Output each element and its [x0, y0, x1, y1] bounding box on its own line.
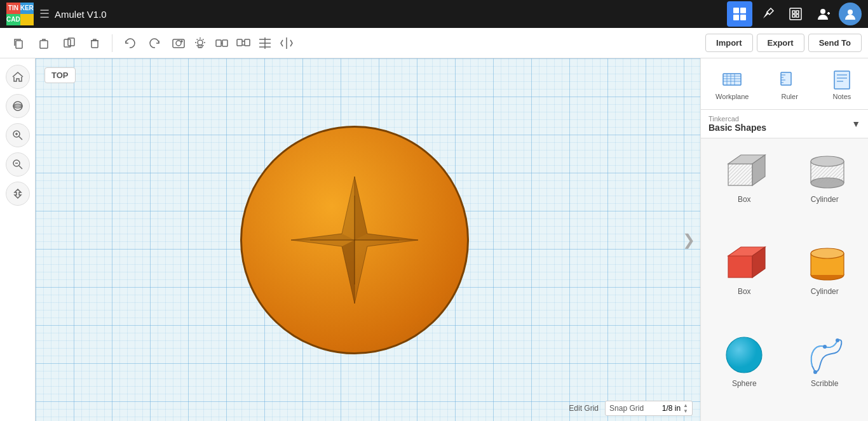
sphere-blue-label: Sphere — [732, 379, 757, 388]
svg-rect-6 — [796, 11, 799, 13]
shapes-category-dropdown[interactable]: ▼ — [851, 119, 860, 129]
shapes-category-header: Tinkercad Basic Shapes ▼ — [701, 110, 868, 138]
mirror-button[interactable] — [276, 33, 297, 53]
svg-point-85 — [811, 156, 844, 166]
box-gray-icon — [722, 150, 766, 191]
zoom-in-button[interactable] — [6, 123, 30, 147]
orbit-button[interactable] — [6, 94, 30, 118]
ruler-label: Ruler — [782, 93, 798, 100]
add-user-button[interactable] — [811, 1, 836, 27]
svg-line-29 — [197, 45, 198, 46]
svg-rect-60 — [723, 74, 741, 85]
project-name: Amulet V1.0 — [55, 9, 107, 20]
redo-button[interactable] — [143, 31, 167, 55]
box-red-icon — [722, 242, 766, 283]
ungroup-button[interactable] — [233, 33, 254, 53]
svg-rect-13 — [16, 41, 22, 48]
home-view-button[interactable] — [6, 65, 30, 89]
shape-sphere-blue[interactable]: Sphere — [707, 329, 782, 415]
cylinder-orange-icon — [803, 242, 847, 283]
shape-box-gray[interactable]: Box — [707, 145, 782, 231]
shape-cylinder-gray[interactable]: Cylinder — [788, 145, 862, 231]
box-red-label: Box — [738, 287, 751, 296]
svg-rect-67 — [781, 72, 791, 85]
delete-button[interactable] — [83, 31, 107, 55]
duplicate-button[interactable] — [57, 31, 81, 55]
paste-button[interactable] — [32, 31, 56, 55]
amulet-circle — [240, 126, 469, 354]
squiggle-blue-icon — [803, 334, 847, 375]
svg-point-94 — [726, 337, 762, 373]
svg-rect-0 — [733, 8, 739, 13]
workplane-icon — [721, 67, 743, 90]
box-gray-label: Box — [738, 195, 751, 204]
project-title: ☰ Amulet V1.0 — [39, 7, 107, 21]
shape-cylinder-orange[interactable]: Cylinder — [788, 237, 862, 323]
svg-rect-31 — [216, 40, 221, 46]
align-button[interactable] — [255, 33, 275, 53]
fit-view-button[interactable] — [6, 182, 30, 206]
shape-box-red[interactable]: Box — [707, 237, 782, 323]
zoom-out-button[interactable] — [6, 152, 30, 177]
snap-up-arrow[interactable]: ▲ — [683, 403, 688, 408]
profile-button[interactable] — [839, 3, 862, 25]
snap-arrows[interactable]: ▲ ▼ — [683, 403, 688, 414]
toolbar-view-icons — [168, 33, 297, 53]
svg-line-28 — [203, 39, 203, 39]
canvas-bottom-controls: Edit Grid Snap Grid 1/8 in ▲ ▼ — [569, 401, 693, 416]
project-menu-icon[interactable]: ☰ — [39, 7, 50, 21]
right-tools: Workplane Ruler — [701, 58, 868, 110]
svg-point-19 — [176, 41, 181, 46]
import-button[interactable]: Import — [705, 34, 752, 52]
shapes-category-name: Basic Shapes — [709, 123, 766, 133]
view-label: TOP — [44, 67, 76, 83]
workplane-tool[interactable]: Workplane — [708, 63, 756, 104]
undo-button[interactable] — [118, 31, 142, 55]
svg-rect-72 — [834, 71, 850, 89]
cylinder-gray-label: Cylinder — [811, 195, 839, 204]
circuits-button[interactable] — [783, 1, 808, 27]
build-button[interactable] — [755, 1, 780, 27]
svg-marker-53 — [15, 189, 21, 198]
ruler-icon — [778, 67, 801, 90]
light-button[interactable] — [190, 33, 210, 53]
toolbar-separator-1 — [112, 34, 112, 52]
svg-rect-8 — [796, 15, 799, 17]
grid-view-button[interactable] — [727, 1, 752, 27]
svg-rect-34 — [237, 39, 242, 46]
export-button[interactable]: Export — [757, 34, 804, 52]
shapes-category-info: Tinkercad Basic Shapes — [709, 115, 766, 133]
svg-line-26 — [197, 39, 198, 39]
toolbar: Import Export Send To — [0, 28, 868, 58]
camera-view-button[interactable] — [168, 33, 189, 53]
svg-line-27 — [203, 45, 203, 46]
svg-point-12 — [848, 10, 853, 15]
send-to-button[interactable]: Send To — [808, 34, 862, 52]
svg-rect-3 — [740, 15, 746, 20]
canvas-area[interactable]: TOP — [36, 58, 700, 421]
ruler-tool[interactable]: Ruler — [771, 63, 809, 104]
edit-grid-label[interactable]: Edit Grid — [569, 404, 599, 413]
svg-rect-32 — [222, 40, 227, 46]
svg-rect-14 — [40, 41, 48, 48]
sphere-blue-icon — [722, 334, 766, 375]
notes-tool[interactable]: Notes — [823, 63, 861, 104]
star-shape — [272, 157, 437, 323]
svg-rect-4 — [790, 8, 801, 20]
copy-button[interactable] — [6, 31, 31, 55]
snap-grid-label: Snap Grid — [609, 404, 644, 413]
tinkercad-logo[interactable]: TINKERCAD — [6, 3, 32, 25]
svg-point-20 — [181, 41, 182, 42]
snap-down-arrow[interactable]: ▼ — [683, 408, 688, 414]
shape-squiggle-blue[interactable]: Scribble — [788, 329, 862, 415]
amulet-shape[interactable] — [240, 126, 469, 354]
svg-line-47 — [19, 137, 22, 140]
group-button[interactable] — [212, 33, 232, 53]
panel-collapse-arrow[interactable]: ❯ — [682, 231, 695, 249]
left-sidebar — [0, 58, 36, 421]
snap-value-input[interactable]: 1/8 in — [649, 404, 681, 413]
svg-line-51 — [19, 166, 22, 169]
action-buttons: Import Export Send To — [705, 34, 862, 52]
svg-rect-35 — [245, 39, 250, 46]
notes-icon — [831, 67, 853, 90]
